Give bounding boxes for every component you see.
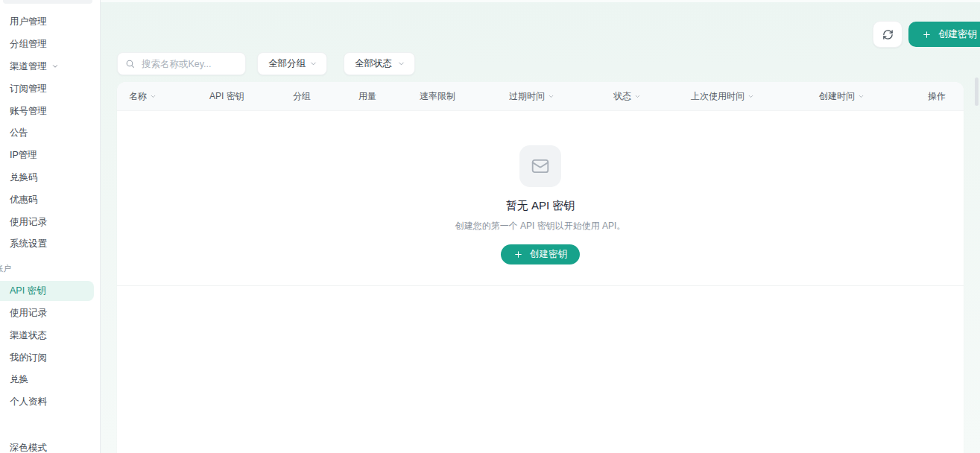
sidebar-section-label-account: 账户 — [0, 261, 100, 277]
dark-mode-toggle[interactable]: 深色模式 — [0, 440, 100, 453]
mail-icon — [531, 156, 550, 176]
sidebar-item-label: 渠道状态 — [10, 329, 47, 342]
sidebar-item[interactable]: IP管理 — [0, 145, 94, 167]
sidebar-item[interactable]: 兑换码 — [0, 167, 94, 189]
column-label: API 密钥 — [209, 90, 244, 103]
column-label: 创建时间 — [819, 90, 855, 103]
create-key-button-label: 创建密钥 — [530, 248, 567, 261]
sidebar: 用户管理 分组管理 渠道管理 订阅管理 — [0, 0, 101, 453]
search-input[interactable] — [140, 58, 238, 70]
sidebar-item[interactable]: 兑换 — [0, 369, 94, 391]
chevron-down-icon — [309, 60, 317, 68]
table-header-row: 名称 API 密钥 分组 用量 — [117, 82, 964, 111]
table-header-cell[interactable]: 过期时间 — [509, 90, 613, 103]
sidebar-item-label: 使用记录 — [10, 307, 47, 320]
column-label: 分组 — [293, 90, 311, 103]
header-actions: 创建密钥 — [873, 21, 980, 48]
sort-chevron-icon — [548, 93, 554, 100]
sidebar-item-label: 渠道管理 — [10, 60, 47, 73]
sidebar-item[interactable]: 使用记录 — [0, 302, 94, 325]
table-header-cell[interactable]: 分组 — [293, 90, 358, 103]
create-key-button-label: 创建密钥 — [938, 28, 977, 41]
sort-chevron-icon — [747, 93, 754, 100]
sidebar-item-label: 使用记录 — [10, 216, 47, 229]
column-label: 过期时间 — [509, 90, 545, 103]
scrollbar[interactable] — [975, 77, 979, 106]
sidebar-item-label: 优惠码 — [10, 194, 38, 206]
table-header-cell[interactable]: 名称 — [129, 90, 209, 103]
app: 用户管理 分组管理 渠道管理 订阅管理 — [0, 0, 980, 453]
column-label: 速率限制 — [420, 90, 455, 103]
sidebar-item[interactable]: 公告 — [0, 122, 94, 145]
column-label: 名称 — [129, 90, 147, 103]
sort-chevron-icon — [858, 93, 864, 100]
sidebar-item[interactable]: 我的订阅 — [0, 346, 94, 369]
sidebar-item-label: 我的订阅 — [10, 352, 47, 364]
sidebar-item-label: 账号管理 — [10, 105, 47, 118]
plus-icon — [922, 30, 932, 39]
sidebar-item-label: API 密钥 — [10, 285, 46, 297]
table-header-cell[interactable]: 状态 — [613, 90, 691, 103]
table-header-cell[interactable]: 速率限制 — [420, 90, 509, 103]
search-icon — [125, 59, 135, 69]
empty-state-title: 暂无 API 密钥 — [506, 199, 575, 213]
sidebar-clipped-item — [3, 0, 92, 4]
sidebar-admin-nav: 用户管理 分组管理 渠道管理 订阅管理 — [0, 11, 100, 256]
table-header-cell[interactable]: 操作 — [928, 90, 964, 103]
chevron-down-icon — [397, 60, 405, 68]
sidebar-item-label: 系统设置 — [10, 238, 47, 250]
sidebar-item[interactable]: 个人资料 — [0, 391, 94, 414]
plus-icon — [513, 250, 523, 259]
column-label: 状态 — [613, 90, 631, 103]
table-header-cell[interactable]: API 密钥 — [209, 90, 293, 103]
sort-chevron-icon — [150, 93, 157, 100]
column-label: 上次使用时间 — [691, 90, 745, 103]
status-filter-value: 全部状态 — [355, 57, 392, 70]
column-label: 操作 — [928, 90, 946, 103]
table-body-filler — [117, 286, 964, 453]
sidebar-item[interactable]: 优惠码 — [0, 189, 94, 211]
sidebar-item[interactable]: 渠道管理 — [0, 56, 94, 78]
empty-state-subtitle: 创建您的第一个 API 密钥以开始使用 API。 — [455, 220, 626, 232]
chevron-down-icon — [51, 63, 59, 70]
main-content: 创建密钥 全部分组 全部状态 名称 — [101, 0, 980, 453]
table-empty-state: 暂无 API 密钥 创建您的第一个 API 密钥以开始使用 API。 创建密钥 — [117, 111, 964, 286]
sidebar-item-label: 兑换码 — [10, 171, 38, 184]
sidebar-item[interactable]: 渠道状态 — [0, 324, 94, 346]
table-header-cell[interactable]: 用量 — [358, 90, 420, 103]
sidebar-account-nav: API 密钥 使用记录 渠道状态 我的订阅 兑换 — [0, 280, 100, 414]
sidebar-item[interactable]: API 密钥 — [0, 281, 94, 301]
sort-chevron-icon — [634, 93, 641, 100]
sidebar-item-label: IP管理 — [10, 149, 37, 162]
sidebar-item-label: 订阅管理 — [10, 83, 47, 95]
column-label: 用量 — [358, 90, 376, 103]
sidebar-item-label: 用户管理 — [10, 16, 47, 28]
sidebar-item-label: 个人资料 — [10, 396, 47, 408]
sidebar-item[interactable]: 订阅管理 — [0, 77, 94, 100]
sidebar-item[interactable]: 使用记录 — [0, 211, 94, 233]
sidebar-item[interactable]: 系统设置 — [0, 233, 94, 256]
filter-bar: 全部分组 全部状态 — [117, 52, 980, 75]
sidebar-item[interactable]: 分组管理 — [0, 34, 94, 56]
refresh-button[interactable] — [873, 21, 902, 48]
status-filter-select[interactable]: 全部状态 — [344, 52, 415, 75]
empty-state-icon-box — [519, 145, 561, 187]
group-filter-select[interactable]: 全部分组 — [257, 52, 327, 75]
api-keys-table-card: 名称 API 密钥 分组 用量 — [117, 82, 964, 453]
dark-mode-label: 深色模式 — [10, 442, 47, 453]
sidebar-item[interactable]: 用户管理 — [0, 11, 94, 34]
table-header-cell[interactable]: 上次使用时间 — [691, 90, 819, 103]
refresh-icon — [882, 29, 894, 40]
table-header-cell[interactable]: 创建时间 — [819, 90, 928, 103]
create-key-button-top[interactable]: 创建密钥 — [908, 22, 980, 47]
sidebar-item-label: 兑换 — [10, 373, 28, 386]
search-box — [117, 52, 246, 75]
sidebar-item-label: 分组管理 — [10, 38, 47, 51]
group-filter-value: 全部分组 — [268, 57, 306, 70]
create-key-button-empty-state[interactable]: 创建密钥 — [501, 244, 580, 264]
sidebar-item-label: 公告 — [10, 127, 28, 139]
sidebar-item[interactable]: 账号管理 — [0, 100, 94, 122]
